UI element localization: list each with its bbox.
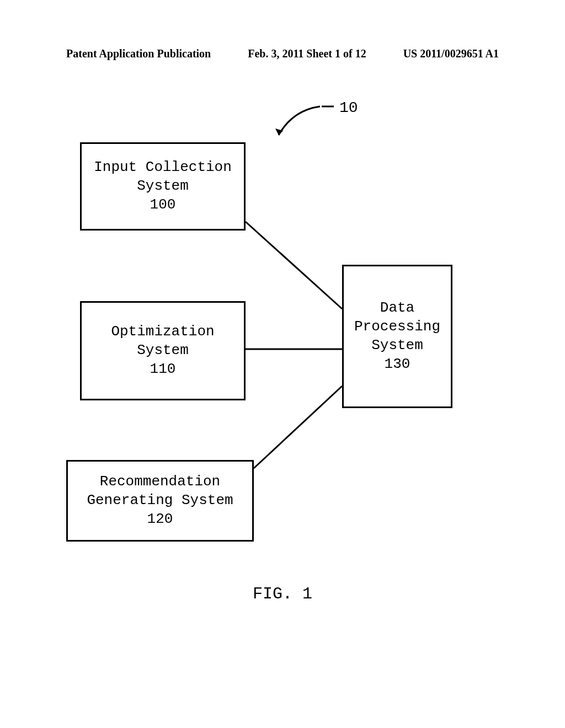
figure-diagram: 10 Input Collection System 100 Optimizat… [0,99,565,596]
svg-line-2 [246,222,342,309]
figure-caption: FIG. 1 [0,585,565,603]
svg-line-4 [254,386,342,468]
connector-lines [0,99,565,596]
header-publication: Patent Application Publication [66,47,211,60]
header-date-sheet: Feb. 3, 2011 Sheet 1 of 12 [248,47,366,60]
patent-header: Patent Application Publication Feb. 3, 2… [0,47,565,60]
header-patent-number: US 2011/0029651 A1 [403,47,499,60]
